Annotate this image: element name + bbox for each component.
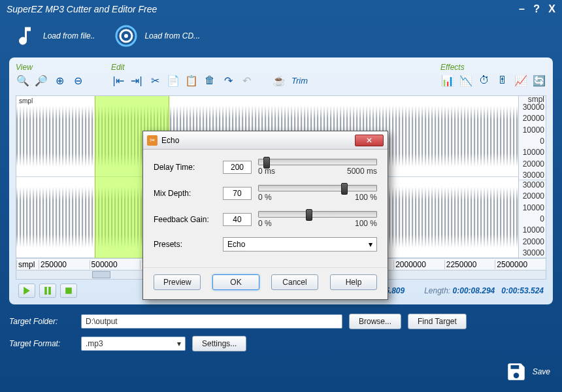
copy-icon[interactable]: 📄	[166, 73, 180, 88]
length-selection: 0:00:08.294	[453, 286, 495, 295]
save-label: Save	[533, 367, 550, 376]
cancel-button[interactable]: Cancel	[271, 274, 318, 290]
delay-time-input[interactable]	[223, 161, 252, 174]
scrollbar-thumb[interactable]	[92, 271, 110, 278]
equalizer-icon[interactable]: 🎚	[495, 73, 510, 88]
load-cd-label: Load from CD...	[144, 31, 200, 41]
amplify-icon[interactable]: 📊	[440, 73, 455, 88]
cut-icon[interactable]: ✂	[148, 73, 162, 88]
scissors-icon: ✂	[147, 135, 157, 146]
presets-select[interactable]: Echo ▾	[223, 237, 377, 252]
browse-button[interactable]: Browse...	[349, 314, 401, 329]
toolbar: View 🔍 🔎 ⊕ ⊖ Edit |⇤ ⇥| ✂ 📄 📋 🗑 ↷ ↶ ☕	[16, 63, 546, 93]
preview-button[interactable]: Preview	[154, 274, 201, 290]
fade-icon[interactable]: 📉	[459, 73, 473, 88]
zoom-in-icon[interactable]: 🔍	[16, 73, 30, 88]
trim-icon[interactable]: ☕	[272, 73, 286, 88]
target-folder-input[interactable]	[81, 314, 342, 329]
svg-point-2	[124, 34, 128, 38]
mix-depth-label: Mix Depth:	[154, 189, 216, 198]
target-format-select[interactable]: .mp3 ▾	[81, 336, 186, 351]
presets-label: Presets:	[154, 240, 216, 249]
output-settings: Target Folder: Browse... Find Target Tar…	[0, 308, 562, 351]
zoom-full-icon[interactable]: ⊖	[71, 73, 85, 88]
mix-depth-slider[interactable]	[258, 185, 377, 191]
length-label: Length:	[424, 286, 450, 295]
pause-button[interactable]	[39, 284, 56, 298]
echo-dialog: ✂ Echo ✕ Delay Time: 0 ms5000 ms Mix Dep…	[142, 131, 388, 300]
mix-depth-input[interactable]	[223, 187, 252, 200]
ruler-y-unit: smpl	[519, 96, 546, 103]
close-button[interactable]: X	[548, 3, 555, 14]
load-file-label: Load from file..	[43, 31, 95, 41]
help-button[interactable]: ?	[533, 3, 540, 14]
target-format-label: Target Format:	[9, 339, 74, 348]
mark-end-icon[interactable]: ⇥|	[129, 73, 144, 88]
format-settings-button[interactable]: Settings...	[192, 336, 246, 351]
help-dialog-button[interactable]: Help	[330, 274, 377, 290]
speed-icon[interactable]: ⏱	[477, 73, 491, 88]
dialog-close-button[interactable]: ✕	[355, 135, 384, 146]
zoom-out-icon[interactable]: 🔎	[34, 73, 48, 88]
load-from-file-button[interactable]: Load from file..	[13, 24, 95, 48]
dialog-titlebar[interactable]: ✂ Echo ✕	[143, 131, 388, 150]
svg-rect-5	[65, 287, 72, 294]
target-folder-label: Target Folder:	[9, 317, 74, 326]
trim-label: Trim	[291, 76, 308, 86]
load-from-cd-button[interactable]: Load from CD...	[114, 24, 200, 48]
minimize-button[interactable]: –	[519, 3, 525, 14]
echo-icon[interactable]: 🔄	[532, 73, 546, 88]
view-group-label: View	[16, 63, 85, 72]
delay-time-label: Delay Time:	[154, 163, 216, 172]
target-format-value: .mp3	[86, 339, 103, 348]
stop-button[interactable]	[60, 284, 77, 298]
window-title: SuperEZ MP3 Cutter and Editor Free	[7, 4, 157, 14]
redo-icon[interactable]: ↷	[221, 73, 235, 88]
undo-icon[interactable]: ↶	[239, 73, 254, 88]
delay-time-slider[interactable]	[258, 159, 377, 165]
play-button[interactable]	[18, 284, 35, 298]
chevron-down-icon: ▾	[177, 339, 181, 348]
save-icon	[505, 361, 527, 383]
effects-group-label: Effects	[440, 63, 546, 72]
normalize-icon[interactable]: 📈	[514, 73, 528, 88]
svg-rect-4	[48, 287, 51, 295]
edit-group-label: Edit	[111, 63, 308, 72]
length-total: 0:00:53.524	[501, 286, 544, 295]
presets-value: Echo	[227, 240, 245, 249]
music-note-icon	[13, 24, 37, 48]
ok-button[interactable]: OK	[212, 274, 259, 290]
chevron-down-icon: ▾	[369, 240, 372, 249]
mark-start-icon[interactable]: |⇤	[111, 73, 125, 88]
zoom-selection-icon[interactable]: ⊕	[52, 73, 67, 88]
feedback-gain-input[interactable]	[223, 213, 252, 226]
titlebar: SuperEZ MP3 Cutter and Editor Free – ? X	[0, 0, 562, 18]
delete-icon[interactable]: 🗑	[203, 73, 217, 88]
dialog-title: Echo	[161, 136, 351, 145]
svg-rect-3	[44, 287, 47, 295]
find-target-button[interactable]: Find Target	[408, 314, 467, 329]
cd-icon	[114, 24, 138, 48]
load-bar: Load from file.. Load from CD...	[0, 18, 562, 54]
paste-icon[interactable]: 📋	[184, 73, 199, 88]
save-button[interactable]: Save	[505, 361, 550, 383]
feedback-gain-label: Feedback Gain:	[154, 215, 216, 224]
amplitude-ruler: smpl 3000020000100000100002000030000 300…	[518, 96, 546, 258]
feedback-gain-slider[interactable]	[258, 211, 377, 218]
